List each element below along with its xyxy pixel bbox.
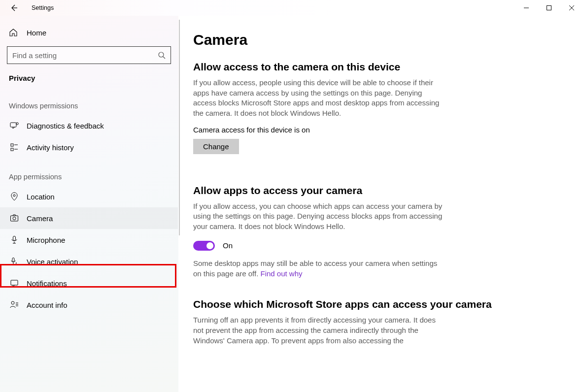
svg-point-12 bbox=[11, 301, 14, 304]
search-icon bbox=[158, 51, 166, 59]
nav-location[interactable]: Location bbox=[0, 186, 178, 207]
close-button[interactable] bbox=[560, 0, 583, 16]
minimize-button[interactable] bbox=[515, 0, 538, 16]
svg-point-6 bbox=[13, 195, 15, 196]
content-area: Camera Allow access to the camera on thi… bbox=[178, 16, 583, 392]
note-text: Some desktop apps may still be able to a… bbox=[193, 259, 437, 278]
nav-diagnostics[interactable]: Diagnostics & feedback bbox=[0, 115, 178, 136]
titlebar: Settings bbox=[0, 0, 583, 16]
svg-rect-11 bbox=[11, 280, 18, 285]
desktop-apps-note: Some desktop apps may still be able to a… bbox=[193, 259, 445, 279]
home-icon bbox=[9, 28, 20, 37]
group-windows-permissions: Windows permissions bbox=[0, 87, 178, 115]
toggle-state-label: On bbox=[223, 241, 233, 250]
nav-account-info[interactable]: Account info bbox=[0, 294, 178, 316]
nav-item-label: Activity history bbox=[27, 143, 74, 152]
svg-rect-9 bbox=[13, 236, 16, 241]
nav-voice-activation[interactable]: Voice activation bbox=[0, 251, 178, 272]
back-button[interactable] bbox=[7, 1, 21, 15]
svg-rect-2 bbox=[10, 123, 16, 127]
section-allow-device-heading: Allow access to the camera on this devic… bbox=[193, 61, 563, 73]
maximize-icon bbox=[547, 5, 551, 10]
svg-rect-4 bbox=[11, 144, 13, 146]
window-controls bbox=[515, 0, 583, 16]
category-label: Privacy bbox=[0, 71, 178, 87]
svg-rect-7 bbox=[11, 216, 18, 221]
search-input[interactable] bbox=[12, 51, 158, 60]
nav-home-label: Home bbox=[27, 29, 46, 37]
apps-access-toggle[interactable] bbox=[193, 241, 215, 251]
location-icon bbox=[9, 192, 20, 201]
svg-rect-0 bbox=[547, 6, 551, 10]
nav-item-label: Camera bbox=[27, 214, 53, 223]
section-choose-apps-desc: Turning off an app prevents it from dire… bbox=[193, 315, 445, 346]
minimize-icon bbox=[524, 5, 529, 10]
section-allow-device-desc: If you allow access, people using this d… bbox=[193, 78, 445, 119]
section-choose-apps-heading: Choose which Microsoft Store apps can ac… bbox=[193, 298, 563, 310]
svg-point-1 bbox=[159, 52, 164, 57]
nav-home[interactable]: Home bbox=[0, 23, 178, 42]
nav-item-label: Account info bbox=[27, 301, 68, 309]
section-allow-apps-heading: Allow apps to access your camera bbox=[193, 185, 563, 196]
nav-item-label: Voice activation bbox=[27, 258, 78, 266]
nav-camera[interactable]: Camera bbox=[0, 207, 178, 229]
sidebar: Home Privacy Windows permissions Diagnos… bbox=[0, 16, 178, 392]
svg-point-8 bbox=[13, 217, 16, 220]
voice-icon bbox=[9, 257, 20, 266]
search-box[interactable] bbox=[7, 46, 171, 64]
close-icon bbox=[569, 5, 574, 10]
arrow-left-icon bbox=[10, 4, 18, 12]
toggle-knob bbox=[206, 242, 213, 249]
svg-rect-5 bbox=[11, 148, 13, 151]
microphone-icon bbox=[9, 235, 20, 244]
nav-item-label: Location bbox=[27, 193, 55, 201]
section-allow-apps-desc: If you allow access, you can choose whic… bbox=[193, 201, 445, 232]
group-app-permissions: App permissions bbox=[0, 158, 178, 186]
apps-access-toggle-row: On bbox=[193, 241, 563, 251]
nav-item-label: Notifications bbox=[27, 279, 67, 288]
window-title: Settings bbox=[32, 4, 54, 11]
svg-rect-10 bbox=[12, 258, 14, 262]
device-access-status: Camera access for this device is on bbox=[193, 126, 563, 134]
nav-item-label: Diagnostics & feedback bbox=[27, 122, 104, 130]
camera-icon bbox=[9, 214, 20, 223]
page-title: Camera bbox=[193, 32, 563, 48]
account-icon bbox=[9, 300, 20, 309]
timeline-icon bbox=[9, 143, 20, 152]
nav-activity-history[interactable]: Activity history bbox=[0, 136, 178, 158]
nav-item-label: Microphone bbox=[27, 236, 65, 244]
change-button[interactable]: Change bbox=[193, 139, 239, 154]
nav-microphone[interactable]: Microphone bbox=[0, 229, 178, 251]
find-out-why-link[interactable]: Find out why bbox=[261, 269, 303, 278]
maximize-button[interactable] bbox=[538, 0, 560, 16]
notifications-icon bbox=[9, 279, 20, 288]
nav-notifications[interactable]: Notifications bbox=[0, 272, 178, 294]
feedback-icon bbox=[9, 121, 20, 130]
